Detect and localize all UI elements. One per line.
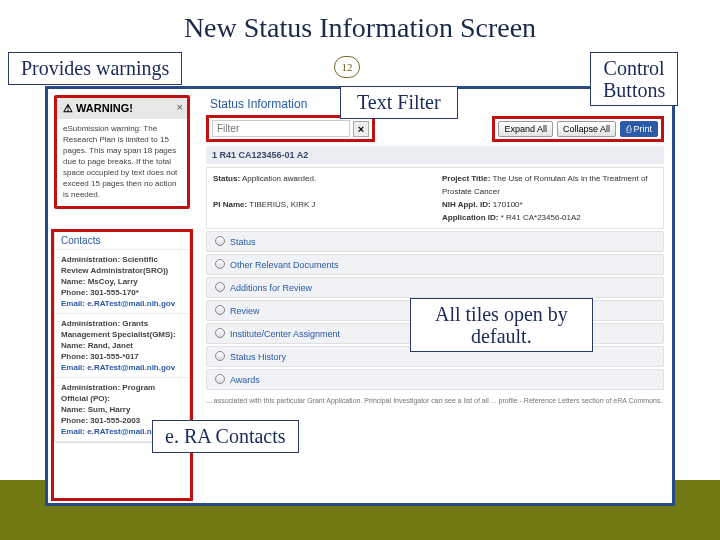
filter-input[interactable] [212, 120, 350, 137]
application-id-label: Application ID: [442, 213, 498, 222]
page-number-badge: 12 [334, 56, 360, 78]
text-filter-box: × [206, 115, 375, 142]
screenshot-frame: ⚠ WARNING! × eSubmission warning: The Re… [45, 86, 675, 506]
collapsible-tile[interactable]: Awards [206, 369, 664, 390]
warning-title: ⚠ WARNING! [63, 102, 133, 114]
warning-panel: ⚠ WARNING! × eSubmission warning: The Re… [54, 95, 190, 209]
contacts-panel: Contacts Administration: Scientific Revi… [54, 229, 190, 443]
pi-name-label: PI Name: [213, 200, 247, 209]
nih-appl-id-value: 170100* [493, 200, 523, 209]
nih-appl-id-label: NIH Appl. ID: [442, 200, 491, 209]
contact-block: Administration: Grants Management Specia… [55, 314, 189, 378]
warning-header: ⚠ WARNING! × [57, 98, 187, 119]
callout-control-buttons: Control Buttons [590, 52, 678, 106]
collapsible-tile[interactable]: Other Relevant Documents [206, 254, 664, 275]
callout-text-filter: Text Filter [340, 86, 458, 119]
expand-all-button[interactable]: Expand All [498, 121, 553, 137]
summary-box: Status: Application awarded. Project Tit… [206, 167, 664, 229]
slide-title: New Status Information Screen [0, 0, 720, 50]
collapse-all-button[interactable]: Collapse All [557, 121, 616, 137]
application-id-bar: 1 R41 CA123456-01 A2 [206, 146, 664, 164]
warning-body-text: eSubmission warning: The Research Plan i… [57, 119, 187, 206]
filter-clear-button[interactable]: × [353, 121, 369, 137]
collapsible-tile[interactable]: Status [206, 231, 664, 252]
collapsible-tile[interactable]: Additions for Review [206, 277, 664, 298]
status-label: Status: [213, 174, 240, 183]
application-id-value: * R41 CA*23456-01A2 [501, 213, 581, 222]
print-button[interactable]: ⎙ Print [620, 121, 658, 137]
status-value: Application awarded. [242, 174, 316, 183]
disclaimer-text: ... associated with this particular Gran… [206, 396, 664, 406]
contact-block: Administration: Scientific Review Admini… [55, 250, 189, 314]
close-icon[interactable]: × [177, 101, 183, 113]
filter-row: × Expand All Collapse All ⎙ Print [206, 115, 664, 142]
callout-tiles-open: All tiles open by default. [410, 298, 593, 352]
pi-name-value: TIBERIUS, KIRK J [249, 200, 315, 209]
control-buttons-group: Expand All Collapse All ⎙ Print [492, 116, 664, 142]
callout-era-contacts: e. RA Contacts [152, 420, 299, 453]
callout-provides-warnings: Provides warnings [8, 52, 182, 85]
contacts-heading: Contacts [55, 230, 189, 250]
project-title-label: Project Title: [442, 174, 490, 183]
